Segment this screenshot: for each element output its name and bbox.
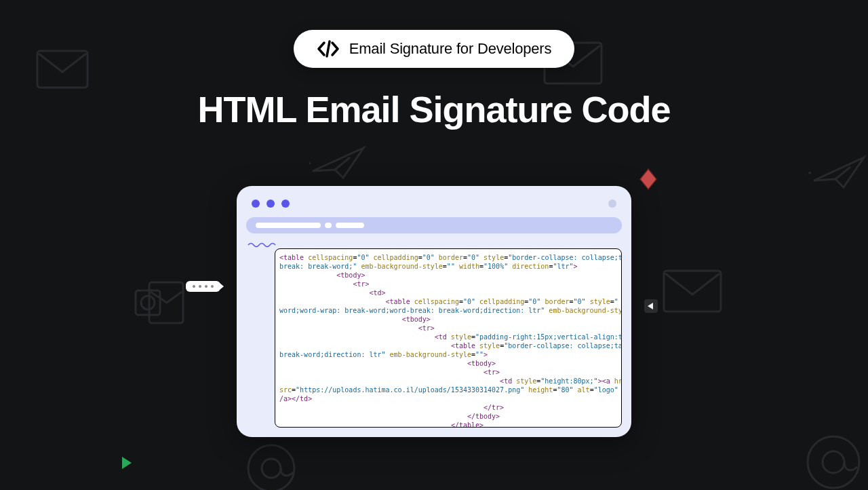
code-line: </tr> (484, 404, 504, 411)
code-line: break-word;direction: ltr" emb-backgroun… (279, 351, 488, 358)
code-line: /a></td> (279, 395, 312, 402)
code-line: cellspacing="0" cellpadding="0" border="… (304, 254, 622, 261)
code-line: src="https://uploads.hatima.co.il/upload… (279, 386, 618, 394)
code-line: <tbody> (467, 360, 496, 367)
code-line: <tr> (484, 369, 500, 376)
code-line: </table> (451, 421, 484, 428)
code-line: <td style="height:80px;"><a href="http: (500, 377, 622, 385)
window-dot (608, 200, 616, 208)
code-line: </tbody> (467, 413, 500, 420)
badge: Email Signature for Developers (294, 30, 574, 68)
squiggle-icon (248, 242, 277, 248)
ellipsis-tooltip (186, 281, 220, 292)
code-line: <td style="padding-right:15px;vertical-a… (435, 333, 622, 341)
svg-point-6 (248, 445, 294, 490)
code-line: <tr> (353, 280, 369, 288)
at-sign-icon (803, 432, 864, 490)
code-line: <tr> (418, 324, 435, 332)
badge-label: Email Signature for Developers (349, 40, 551, 58)
code-line: break: break-word;" emb-background-style… (279, 263, 578, 270)
code-line: <tbody> (402, 316, 431, 323)
at-sign-icon (244, 441, 298, 490)
code-icon (317, 39, 340, 58)
svg-point-9 (823, 451, 844, 473)
cursor-icon (643, 298, 659, 314)
window-dot (281, 200, 290, 208)
code-line: <table (279, 254, 304, 261)
svg-point-8 (808, 436, 859, 488)
code-panel: <table cellspacing="0" cellpadding="0" b… (275, 248, 622, 428)
svg-point-7 (262, 459, 281, 478)
code-line: <td> (369, 289, 385, 297)
code-line: word;word-wrap: break-word;word-break: b… (279, 307, 622, 314)
window-dot (267, 200, 275, 208)
page-title: HTML Email Signature Code (197, 88, 670, 130)
window-controls (246, 195, 622, 217)
play-icon (122, 457, 132, 469)
code-line: <table style="border-collapse: collapse;… (451, 342, 622, 350)
window-dot (252, 200, 260, 208)
browser-window: <table cellspacing="0" cellpadding="0" b… (237, 186, 631, 437)
url-bar (246, 217, 622, 233)
code-line: <tbody> (336, 271, 365, 279)
code-line: <table cellspacing="0" cellpadding="0" b… (386, 298, 622, 305)
